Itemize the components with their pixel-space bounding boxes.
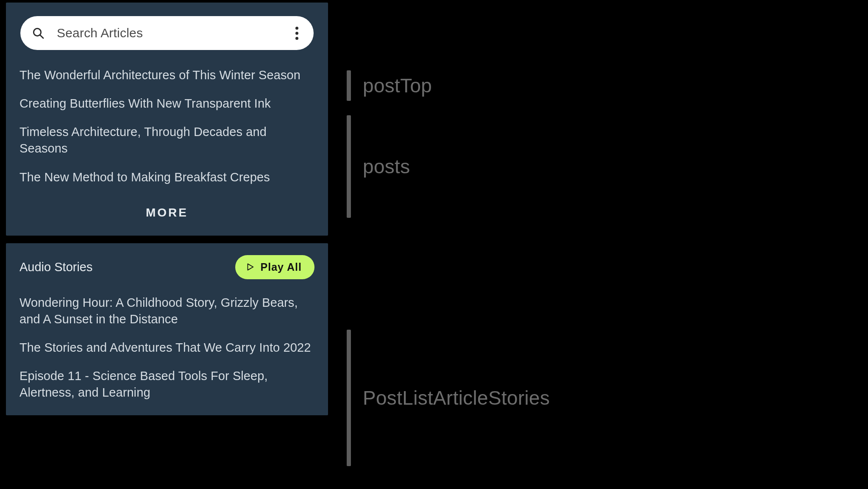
more-vert-icon[interactable] xyxy=(291,27,303,40)
search-placeholder: Search Articles xyxy=(57,26,291,40)
story-title: The Stories and Adventures That We Carry… xyxy=(19,341,311,354)
play-all-label: Play All xyxy=(261,261,302,273)
story-item[interactable]: The Stories and Adventures That We Carry… xyxy=(18,333,316,362)
search-icon xyxy=(31,26,45,40)
annotation-postTop: postTop xyxy=(347,70,432,101)
play-icon xyxy=(245,262,255,272)
annotation-label: postTop xyxy=(363,74,432,97)
play-all-button[interactable]: Play All xyxy=(235,255,314,279)
annotation-label: PostListArticleStories xyxy=(363,386,550,409)
articles-card: Search Articles The Wonderful Architectu… xyxy=(6,3,328,236)
article-item[interactable]: Timeless Architecture, Through Decades a… xyxy=(18,118,316,163)
article-title: Timeless Architecture, Through Decades a… xyxy=(19,125,267,155)
story-title: Wondering Hour: A Childhood Story, Grizz… xyxy=(19,296,298,326)
more-button[interactable]: MORE xyxy=(146,206,188,219)
article-item[interactable]: The New Method to Making Breakfast Crepe… xyxy=(18,163,316,192)
audio-stories-card: Audio Stories Play All Wondering Hour: A… xyxy=(6,243,328,416)
svg-marker-2 xyxy=(248,264,253,270)
annotation-postListArticleStories: PostListArticleStories xyxy=(347,330,550,466)
article-title: The Wonderful Architectures of This Wint… xyxy=(19,68,300,82)
annotation-posts: posts xyxy=(347,115,410,218)
story-title: Episode 11 - Science Based Tools For Sle… xyxy=(19,369,268,399)
article-item[interactable]: The Wonderful Architectures of This Wint… xyxy=(18,61,316,89)
annotation-label: posts xyxy=(363,155,410,178)
svg-line-1 xyxy=(40,35,43,38)
audio-stories-heading: Audio Stories xyxy=(19,260,93,274)
article-item[interactable]: Creating Butterflies With New Transparen… xyxy=(18,89,316,118)
search-bar[interactable]: Search Articles xyxy=(20,16,314,50)
story-item[interactable]: Episode 11 - Science Based Tools For Sle… xyxy=(18,362,316,407)
article-title: The New Method to Making Breakfast Crepe… xyxy=(19,170,270,184)
story-item[interactable]: Wondering Hour: A Childhood Story, Grizz… xyxy=(18,289,316,333)
article-title: Creating Butterflies With New Transparen… xyxy=(19,97,271,110)
